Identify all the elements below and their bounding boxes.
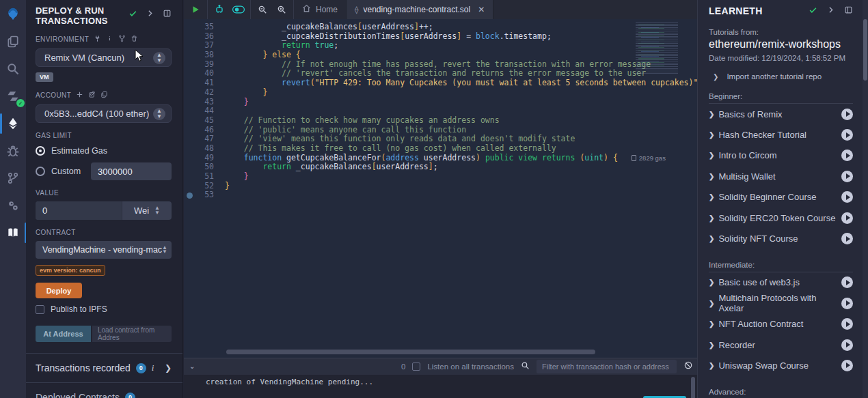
solidity-compiler-icon[interactable]: ✓ (4, 87, 22, 105)
zoom-out-icon[interactable] (256, 3, 269, 16)
terminal-search-icon[interactable] (521, 360, 530, 373)
play-tutorial-button[interactable] (841, 171, 853, 182)
code-line[interactable]: 36 _cupcakeDistributionTimes[userAddress… (184, 32, 697, 42)
breakpoint-margin[interactable] (184, 23, 196, 32)
custom-gas-radio[interactable] (36, 167, 45, 176)
play-tutorial-button[interactable] (841, 150, 853, 161)
scrollbar-thumb[interactable] (863, 19, 867, 81)
tutorial-item[interactable]: ❯Hash Checker Tutorial (709, 124, 853, 145)
play-tutorial-button[interactable] (841, 129, 853, 141)
breakpoint-margin[interactable] (184, 154, 196, 163)
play-tutorial-button[interactable] (841, 233, 853, 244)
contract-select[interactable]: VendingMachine - vending-machin ▲▼ (36, 241, 172, 259)
code-line[interactable]: 40 // 'revert' cancels the transaction a… (184, 69, 697, 79)
breakpoint-margin[interactable] (184, 98, 196, 107)
terminal-output[interactable]: creation of VendingMachine pending... fr… (184, 375, 697, 398)
tutorial-item[interactable]: ❯Uniswap Swap Course (709, 355, 853, 375)
tutorial-item[interactable]: ❯Multisig Wallet (709, 166, 853, 186)
at-address-input[interactable]: Load contract from Addres (92, 326, 172, 342)
value-unit-select[interactable]: Wei ▲▼ (122, 205, 172, 216)
ai-toggle-on[interactable] (232, 3, 245, 16)
learneth-icon[interactable] (4, 224, 22, 242)
clear-console-icon[interactable] (683, 360, 693, 373)
breakpoint-margin[interactable] (184, 88, 196, 98)
tutorial-item[interactable]: ❯Solidity NFT Course (709, 228, 853, 248)
collapse-terminal-icon[interactable]: ⌄⌄ (189, 365, 195, 369)
custom-gas-input[interactable]: 3000000 (91, 162, 172, 180)
import-repo-row[interactable]: ❯ Import another tutorial repo (709, 72, 853, 81)
code-line[interactable]: 50 return _cupcakeBalances[userAddress]; (184, 162, 697, 172)
code-line[interactable]: 52} (184, 182, 697, 191)
breakpoint-margin[interactable] (184, 172, 196, 182)
listen-all-checkbox[interactable] (412, 363, 420, 371)
deployed-contracts-row[interactable]: Deployed Contracts 0 (36, 383, 172, 398)
code-line[interactable]: 38 } else { (184, 51, 697, 60)
play-tutorial-button[interactable] (841, 276, 853, 288)
code-line[interactable]: 44 (184, 106, 697, 116)
breakpoint-margin[interactable] (184, 106, 196, 116)
breakpoint-margin[interactable] (184, 162, 196, 172)
code-line[interactable]: 41 revert("HTTP 429: Too Many Cupcakes (… (184, 79, 697, 88)
play-tutorial-button[interactable] (841, 360, 853, 371)
tutorial-item[interactable]: ❯Basics of Remix (709, 104, 853, 124)
play-tutorial-button[interactable] (841, 109, 853, 120)
breakpoint-margin[interactable] (184, 134, 196, 144)
at-address-button[interactable]: At Address (36, 326, 91, 342)
environment-select[interactable]: Remix VM (Cancun) ▲▼ (36, 48, 172, 67)
breakpoint-margin[interactable] (184, 144, 196, 154)
fork-icon[interactable] (118, 35, 126, 44)
code-line[interactable]: 45 // Function to check how many cupcake… (184, 116, 697, 126)
code-editor[interactable]: 35 _cupcakeBalances[userAddress]++;36 _c… (184, 19, 697, 358)
play-tutorial-button[interactable] (841, 318, 853, 330)
info-icon[interactable]: i (152, 363, 154, 373)
debugger-icon[interactable] (4, 142, 22, 160)
copy-account-icon[interactable] (100, 91, 108, 100)
play-tutorial-button[interactable] (841, 191, 853, 203)
play-tutorial-button[interactable] (841, 298, 853, 309)
code-line[interactable]: 47 // 'view' means this function only re… (184, 134, 697, 144)
play-tutorial-button[interactable] (841, 339, 853, 351)
breakpoint-margin[interactable] (184, 32, 196, 42)
code-line[interactable]: 37 return true; (184, 41, 697, 51)
play-tutorial-button[interactable] (841, 212, 853, 224)
code-line[interactable]: 49 function getCupcakeBalanceFor(address… (184, 154, 697, 163)
tab-vending-machine-contract[interactable]: ⟠ vending-machine-contract.sol ✕ (347, 0, 493, 19)
tutorial-item[interactable]: ❯Multichain Protocols with Axelar (709, 293, 853, 313)
trash-icon[interactable] (131, 35, 138, 44)
terminal-scrollbar[interactable] (691, 377, 695, 398)
remix-logo-icon[interactable] (4, 5, 22, 23)
code-line[interactable]: 48 // This makes it free to call (no gas… (184, 144, 697, 154)
breakpoint-dot[interactable] (187, 193, 193, 199)
code-line[interactable]: 51 } (184, 172, 697, 182)
estimated-gas-option[interactable]: Estimated Gas (36, 146, 172, 156)
plug-icon[interactable] (94, 35, 101, 44)
tutorial-item[interactable]: ❯Solidity ERC20 Token Course (709, 208, 853, 228)
account-select[interactable]: 0x5B3...eddC4 (100 ether) ▲▼ (36, 104, 172, 123)
close-tab-icon[interactable]: ✕ (478, 5, 485, 14)
breakpoint-margin[interactable] (184, 69, 196, 79)
git-icon[interactable] (4, 169, 22, 187)
publish-ipfs-row[interactable]: Publish to IPFS (36, 304, 172, 314)
breakpoint-margin[interactable] (184, 190, 196, 200)
deploy-run-icon[interactable] (4, 115, 22, 132)
terminal-filter-input[interactable]: Filter with transaction hash or address (537, 360, 677, 373)
ai-assistant-icon[interactable] (213, 3, 226, 16)
deploy-button[interactable]: Deploy (36, 283, 82, 298)
breakpoint-margin[interactable] (184, 79, 196, 88)
code-line[interactable]: 53 (184, 190, 697, 200)
custom-gas-option[interactable]: Custom 3000000 (36, 162, 172, 180)
code-line[interactable]: 39 // If not enough time has passed, rev… (184, 60, 697, 70)
zoom-in-icon[interactable] (275, 3, 288, 16)
chevron-right-icon[interactable]: ❯ (165, 363, 172, 373)
code-line[interactable]: 46 // 'public' means anyone can call thi… (184, 126, 697, 135)
breakpoint-margin[interactable] (184, 51, 196, 60)
publish-ipfs-checkbox[interactable] (36, 305, 44, 314)
tutorial-item[interactable]: ❯Intro to Circom (709, 145, 853, 166)
tutorial-item[interactable]: ❯Solidity Beginner Course (709, 187, 853, 208)
run-script-icon[interactable] (189, 3, 202, 16)
code-line[interactable]: 35 _cupcakeBalances[userAddress]++; (184, 23, 697, 32)
pin-panel-icon[interactable] (844, 5, 853, 17)
info-icon[interactable] (106, 35, 113, 44)
collapse-panel-icon[interactable] (146, 8, 154, 20)
breakpoint-margin[interactable] (184, 41, 196, 51)
